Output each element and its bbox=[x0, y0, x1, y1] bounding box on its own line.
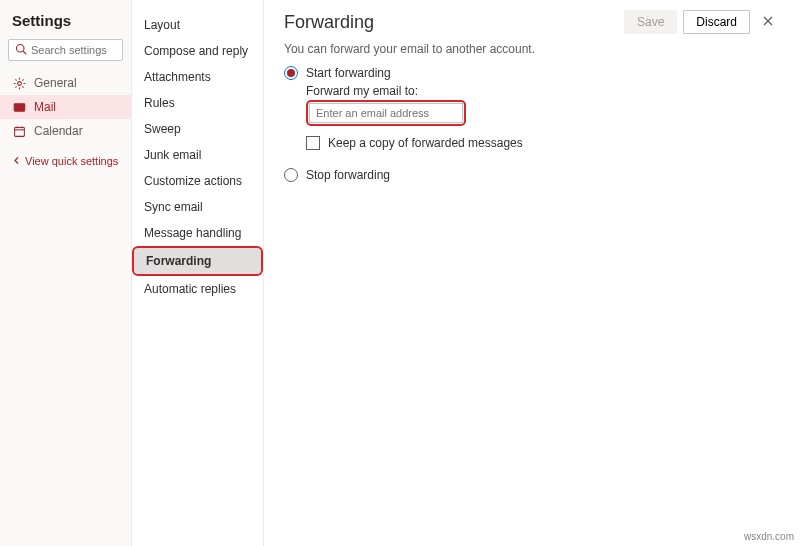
radio-icon bbox=[284, 66, 298, 80]
sidebar-item-label: Calendar bbox=[34, 124, 83, 138]
sidebar-item-calendar[interactable]: Calendar bbox=[0, 119, 131, 143]
watermark: wsxdn.com bbox=[744, 531, 794, 542]
stop-forwarding-label: Stop forwarding bbox=[306, 168, 390, 182]
subnav-rules[interactable]: Rules bbox=[132, 90, 263, 116]
start-forwarding-radio[interactable]: Start forwarding bbox=[284, 66, 780, 80]
subnav-junk-email[interactable]: Junk email bbox=[132, 142, 263, 168]
mail-icon bbox=[12, 101, 26, 114]
close-icon bbox=[762, 15, 774, 30]
sidebar-item-label: Mail bbox=[34, 100, 56, 114]
page-title: Forwarding bbox=[284, 12, 374, 33]
main-panel: Forwarding Save Discard You can forward … bbox=[264, 0, 800, 546]
close-button[interactable] bbox=[756, 10, 780, 34]
svg-rect-4 bbox=[14, 127, 24, 136]
subnav-message-handling[interactable]: Message handling bbox=[132, 220, 263, 246]
calendar-icon bbox=[12, 125, 26, 138]
checkbox-icon bbox=[306, 136, 320, 150]
stop-forwarding-radio[interactable]: Stop forwarding bbox=[284, 168, 780, 182]
view-quick-settings[interactable]: View quick settings bbox=[0, 143, 131, 179]
subnav-sweep[interactable]: Sweep bbox=[132, 116, 263, 142]
forward-email-input[interactable] bbox=[309, 103, 463, 123]
save-button[interactable]: Save bbox=[624, 10, 677, 34]
settings-search[interactable] bbox=[8, 39, 123, 61]
forward-to-label: Forward my email to: bbox=[306, 84, 780, 98]
sidebar-item-general[interactable]: General bbox=[0, 71, 131, 95]
subnav-automatic-replies[interactable]: Automatic replies bbox=[132, 276, 263, 302]
subnav-sync-email[interactable]: Sync email bbox=[132, 194, 263, 220]
gear-icon bbox=[12, 77, 26, 90]
quick-settings-label: View quick settings bbox=[25, 155, 118, 167]
svg-line-1 bbox=[23, 51, 26, 54]
subnav-forwarding[interactable]: Forwarding bbox=[132, 246, 263, 276]
sidebar-item-mail[interactable]: Mail bbox=[0, 95, 131, 119]
header-actions: Save Discard bbox=[624, 10, 780, 34]
search-input[interactable] bbox=[31, 44, 116, 56]
subnav-layout[interactable]: Layout bbox=[132, 12, 263, 38]
svg-point-2 bbox=[17, 81, 21, 85]
svg-point-0 bbox=[17, 44, 25, 52]
mail-settings-subnav: Layout Compose and reply Attachments Rul… bbox=[132, 0, 264, 546]
search-icon bbox=[15, 43, 27, 58]
settings-sidebar: Settings General Mail Calendar bbox=[0, 0, 132, 546]
settings-title: Settings bbox=[0, 8, 131, 37]
keep-copy-checkbox[interactable]: Keep a copy of forwarded messages bbox=[306, 136, 780, 150]
radio-icon bbox=[284, 168, 298, 182]
chevron-left-icon bbox=[12, 155, 21, 167]
start-forwarding-label: Start forwarding bbox=[306, 66, 391, 80]
subnav-customize-actions[interactable]: Customize actions bbox=[132, 168, 263, 194]
subnav-attachments[interactable]: Attachments bbox=[132, 64, 263, 90]
subnav-compose-reply[interactable]: Compose and reply bbox=[132, 38, 263, 64]
discard-button[interactable]: Discard bbox=[683, 10, 750, 34]
sidebar-item-label: General bbox=[34, 76, 77, 90]
keep-copy-label: Keep a copy of forwarded messages bbox=[328, 136, 523, 150]
forwarding-description: You can forward your email to another ac… bbox=[284, 42, 780, 56]
